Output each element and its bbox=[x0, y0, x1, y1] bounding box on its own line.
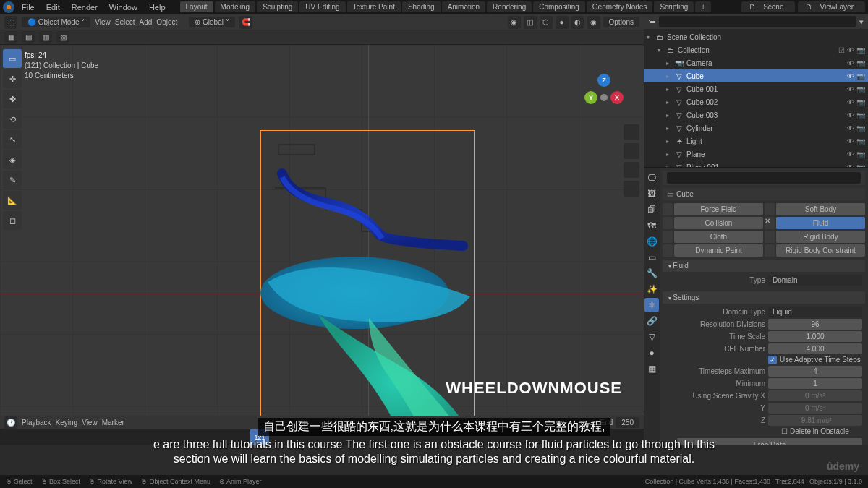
editor-type-icon[interactable]: ⬚ bbox=[4, 16, 17, 29]
tree-item-cube-003[interactable]: ▸▽Cube.003👁 📷 bbox=[644, 108, 868, 121]
tab-physics-icon[interactable]: ⚛ bbox=[644, 298, 659, 312]
tab-render-icon[interactable]: 🖵 bbox=[644, 171, 659, 185]
tsmin-input[interactable]: 1 bbox=[768, 378, 862, 389]
workspace-tab-sculpting[interactable]: Sculpting bbox=[257, 1, 298, 12]
tree-item-cube[interactable]: ▸▽Cube👁 📷 bbox=[644, 69, 868, 82]
workspace-tab-modeling[interactable]: Modeling bbox=[215, 1, 256, 12]
vp-add[interactable]: Add bbox=[140, 18, 153, 26]
3d-viewport[interactable]: fps: 24 (121) Collection | Cube 10 Centi… bbox=[0, 45, 644, 416]
snap-icon[interactable]: 🧲 bbox=[239, 16, 252, 29]
settings-panel-header[interactable]: Settings bbox=[663, 291, 865, 304]
menu-file[interactable]: File bbox=[17, 3, 39, 12]
workspace-tab-rendering[interactable]: Rendering bbox=[487, 1, 532, 12]
tree-item-cube-001[interactable]: ▸▽Cube.001👁 📷 bbox=[644, 82, 868, 95]
viewlayer-selector[interactable]: 🗋 ViewLayer bbox=[798, 1, 865, 12]
collision-button[interactable]: Collision bbox=[674, 217, 763, 229]
addcube-tool[interactable]: ◻ bbox=[3, 211, 22, 230]
orientation-dropdown[interactable]: ⊕ Global ˅ bbox=[189, 17, 234, 27]
menu-window[interactable]: Window bbox=[105, 3, 142, 12]
tab-object-icon[interactable]: ▭ bbox=[644, 250, 659, 265]
vp-view[interactable]: View bbox=[95, 18, 111, 26]
scene-selector[interactable]: 🗋 Scene bbox=[741, 1, 795, 12]
timeline-track[interactable]: 121 bbox=[0, 429, 644, 445]
pan-icon[interactable] bbox=[624, 143, 639, 159]
force-field-button[interactable]: Force Field bbox=[674, 203, 763, 215]
shade-wire-icon[interactable]: ⬡ bbox=[540, 16, 553, 29]
menu-help[interactable]: Help bbox=[145, 3, 170, 12]
gizmo-z-icon[interactable]: Z bbox=[597, 74, 610, 87]
dynamic-paint-button[interactable]: Dynamic Paint bbox=[674, 244, 763, 257]
tl-playback[interactable]: Playback bbox=[22, 419, 51, 427]
measure-tool[interactable]: 📐 bbox=[3, 191, 22, 210]
workspace-tab-animation[interactable]: Animation bbox=[442, 1, 485, 12]
vp-object[interactable]: Object bbox=[156, 18, 177, 26]
shape-4-icon[interactable]: ▧ bbox=[56, 31, 69, 44]
menu-edit[interactable]: Edit bbox=[42, 3, 64, 12]
playhead[interactable]: 121 bbox=[250, 429, 269, 445]
vp-select[interactable]: Select bbox=[115, 18, 135, 26]
tree-scene-collection[interactable]: ▾🗀Scene Collection bbox=[644, 30, 868, 43]
soft-body-button[interactable]: Soft Body bbox=[776, 203, 865, 215]
workspace-tab-scripting[interactable]: Scripting bbox=[654, 1, 694, 12]
workspace-tab-layout[interactable]: Layout bbox=[180, 1, 213, 12]
properties-search[interactable] bbox=[667, 172, 861, 184]
tab-scene-icon[interactable]: 🗺 bbox=[644, 218, 659, 233]
tl-keying[interactable]: Keying bbox=[56, 419, 78, 427]
workspace-tab-uv-editing[interactable]: UV Editing bbox=[299, 1, 345, 12]
shape-3-icon[interactable]: ▥ bbox=[39, 31, 52, 44]
workspace-tab-texture-paint[interactable]: Texture Paint bbox=[347, 1, 401, 12]
workspace-tab-shading[interactable]: Shading bbox=[402, 1, 441, 12]
tab-output-icon[interactable]: 🖼 bbox=[644, 187, 659, 201]
tab-material-icon[interactable]: ● bbox=[644, 346, 659, 360]
outliner-search[interactable] bbox=[659, 16, 856, 27]
rotate-tool[interactable]: ⟲ bbox=[3, 110, 22, 129]
fluid-panel-header[interactable]: Fluid bbox=[663, 260, 865, 272]
tab-particles-icon[interactable]: ✨ bbox=[644, 282, 659, 296]
tl-view[interactable]: View bbox=[82, 419, 98, 427]
mode-dropdown[interactable]: 🔵 Object Mode ˅ bbox=[22, 17, 90, 27]
shape-1-icon[interactable]: ▦ bbox=[4, 31, 17, 44]
tscale-input[interactable]: 1.000 bbox=[768, 331, 862, 342]
filter-icon[interactable]: ▾ bbox=[859, 17, 864, 27]
nav-gizmo[interactable]: Z Y X bbox=[579, 74, 629, 124]
free-data-button[interactable]: Free Data bbox=[677, 438, 862, 445]
cloth-button[interactable]: Cloth bbox=[674, 231, 763, 243]
shape-2-icon[interactable]: ▤ bbox=[22, 31, 35, 44]
tree-item-light[interactable]: ▸☀Light👁 📷 bbox=[644, 134, 868, 147]
shade-mat-icon[interactable]: ◐ bbox=[571, 16, 584, 29]
tab-texture-icon[interactable]: ▦ bbox=[644, 361, 659, 376]
workspace-tab-compositing[interactable]: Compositing bbox=[533, 1, 585, 12]
shade-solid-icon[interactable]: ● bbox=[556, 16, 569, 29]
tree-item-camera[interactable]: ▸📷Camera👁 📷 bbox=[644, 56, 868, 69]
rigid-constraint-button[interactable]: Rigid Body Constraint bbox=[776, 244, 865, 257]
delete-obstacle-checkbox[interactable]: ☐ Delete in Obstacle bbox=[768, 427, 862, 435]
camera-icon[interactable] bbox=[624, 162, 639, 178]
xray-icon[interactable]: ◫ bbox=[524, 16, 537, 29]
cursor-tool[interactable]: ✛ bbox=[3, 69, 22, 88]
perspective-icon[interactable] bbox=[624, 181, 639, 197]
tab-world-icon[interactable]: 🌐 bbox=[644, 234, 659, 249]
gizmo-y-icon[interactable]: Y bbox=[584, 91, 597, 104]
tl-end-value[interactable]: 250 bbox=[616, 417, 639, 428]
tree-item-cube-002[interactable]: ▸▽Cube.002👁 📷 bbox=[644, 95, 868, 108]
outliner-editor-icon[interactable]: ≔ bbox=[648, 17, 656, 27]
fluid-button[interactable]: Fluid bbox=[776, 217, 865, 229]
workspace-add-button[interactable]: + bbox=[695, 1, 711, 12]
tree-item-plane[interactable]: ▸▽Plane👁 📷 bbox=[644, 147, 868, 160]
tree-item-cylinder[interactable]: ▸▽Cylinder👁 📷 bbox=[644, 121, 868, 134]
annotate-tool[interactable]: ✎ bbox=[3, 171, 22, 189]
overlay-icon[interactable]: ◉ bbox=[508, 16, 521, 29]
workspace-tab-geometry-nodes[interactable]: Geometry Nodes bbox=[587, 1, 653, 12]
cfl-input[interactable]: 4.000 bbox=[768, 343, 862, 354]
move-tool[interactable]: ✥ bbox=[3, 90, 22, 108]
adaptive-checkbox[interactable] bbox=[768, 356, 777, 364]
tab-modifiers-icon[interactable]: 🔧 bbox=[644, 266, 659, 281]
menu-render[interactable]: Render bbox=[67, 3, 102, 12]
zoom-icon[interactable] bbox=[624, 124, 639, 140]
transform-tool[interactable]: ◈ bbox=[3, 150, 22, 169]
options-dropdown[interactable]: Options bbox=[603, 17, 639, 27]
shade-render-icon[interactable]: ◉ bbox=[587, 16, 600, 29]
gizmo-x-icon[interactable]: X bbox=[610, 91, 624, 104]
scale-tool[interactable]: ⤡ bbox=[3, 130, 22, 149]
tl-marker[interactable]: Marker bbox=[102, 419, 124, 427]
